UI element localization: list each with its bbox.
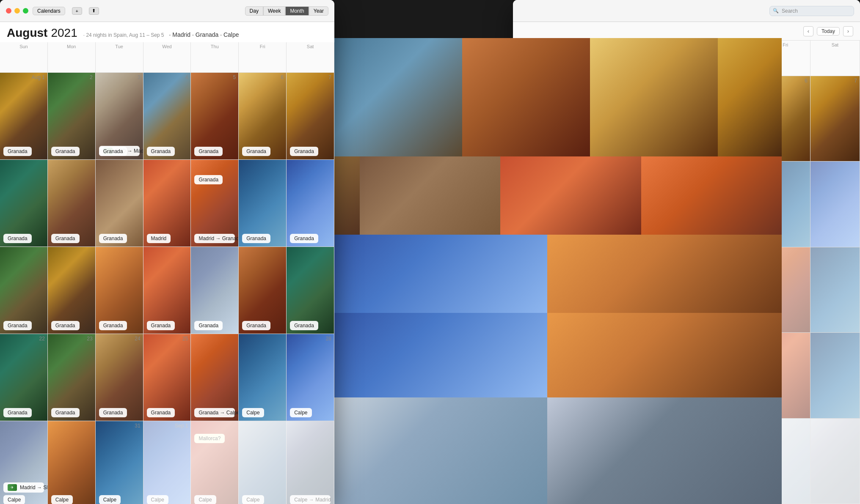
second-day-r3c7[interactable] (810, 247, 860, 333)
day-cell-aug25[interactable]: 25 Granada (143, 334, 191, 421)
day-cell-aug7[interactable]: 7 Granada (287, 73, 334, 160)
second-day-r3c2[interactable] (562, 247, 612, 333)
second-day-r3c6[interactable] (761, 247, 810, 333)
second-day-r2c1[interactable] (513, 162, 562, 247)
event-sep2[interactable]: Calpe (194, 495, 216, 504)
event-aug29[interactable]: Calpe (3, 495, 25, 504)
second-day-r4c2[interactable] (562, 333, 612, 419)
second-day-r3c3[interactable] (612, 247, 662, 333)
day-cell-aug3[interactable]: 3 ✈ SFO → Madrid Granada (96, 73, 143, 160)
second-day-thu1[interactable] (711, 76, 761, 162)
event-madrid[interactable]: Madrid (147, 234, 171, 243)
search-input[interactable]: Search (769, 6, 854, 16)
day-cell-aug4[interactable]: 4 Granada (143, 73, 191, 160)
second-day-r4c3[interactable] (612, 333, 662, 419)
day-cell-sep3[interactable]: Calpe (239, 421, 287, 504)
day-cell-aug28[interactable]: 28 Calpe (287, 334, 334, 421)
day-cell-aug13[interactable]: Granada (239, 160, 287, 247)
day-cell-aug24[interactable]: 24 Granada (96, 334, 143, 421)
day-cell-aug6[interactable]: 6 Granada (239, 73, 287, 160)
second-day-r5c6[interactable] (761, 419, 810, 504)
second-day-r4c1[interactable] (513, 333, 562, 419)
today-button[interactable]: Today (817, 27, 840, 36)
event-aug16[interactable]: Granada (51, 321, 80, 330)
day-cell-aug17[interactable]: Granada (96, 247, 143, 334)
second-day-wed1[interactable] (662, 76, 711, 162)
second-day-r2c4[interactable] (662, 162, 711, 247)
month-view-button[interactable]: Month (285, 6, 309, 16)
event-aug21[interactable]: Granada (290, 321, 318, 330)
event-aug17[interactable]: Granada (99, 321, 127, 330)
day-cell-aug5[interactable]: 5 Granada (191, 73, 239, 160)
prev-month-button[interactable]: ‹ (803, 26, 813, 36)
event-aug15[interactable]: Granada (3, 321, 32, 330)
second-day-r3c4[interactable] (662, 247, 711, 333)
event-aug3[interactable]: Granada (99, 147, 127, 156)
event-aug13[interactable]: Granada (242, 234, 270, 243)
day-cell-aug18[interactable]: Granada (143, 247, 191, 334)
fullscreen-button[interactable] (23, 8, 28, 14)
event-aug31[interactable]: Calpe (99, 495, 121, 504)
event-granada-calpe[interactable]: Granada → Calpe (194, 408, 235, 417)
day-cell-aug15[interactable]: Granada (0, 247, 48, 334)
second-day-r4c6[interactable] (761, 333, 810, 419)
second-day-r2c7[interactable] (810, 162, 860, 247)
day-cell-aug20[interactable]: Granada (239, 247, 287, 334)
second-day-r2c5[interactable] (711, 162, 761, 247)
event-aug1[interactable]: Granada (3, 147, 32, 156)
event-aug23[interactable]: Granada (51, 408, 80, 417)
event-aug6[interactable]: Granada (242, 147, 270, 156)
event-aug28[interactable]: Calpe (290, 408, 311, 417)
event-aug8[interactable]: Granada (3, 234, 32, 243)
event-aug20[interactable]: Granada (242, 321, 270, 330)
event-aug22[interactable]: Granada (3, 408, 32, 417)
next-month-button[interactable]: › (843, 26, 853, 36)
day-cell-aug31[interactable]: 31 Calpe (96, 421, 143, 504)
day-cell-sep2[interactable]: Calpe Mallorca? (191, 421, 239, 504)
second-day-r3c5[interactable] (711, 247, 761, 333)
event-aug18[interactable]: Granada (147, 321, 175, 330)
day-cell-aug21[interactable]: Granada (287, 247, 334, 334)
event-aug10[interactable]: Granada (99, 234, 127, 243)
day-cell-aug2[interactable]: 2 Granada (48, 73, 96, 160)
calendars-button[interactable]: Calendars (33, 7, 65, 15)
second-day-r5c7[interactable] (810, 419, 860, 504)
second-day-r5c3[interactable] (612, 419, 662, 504)
event-aug25[interactable]: Granada (147, 408, 175, 417)
second-day-tue1[interactable] (612, 76, 662, 162)
add-calendar-button[interactable]: + (72, 7, 82, 15)
day-cell-aug30[interactable]: Calpe (48, 421, 96, 504)
day-cell-aug19[interactable]: Granada (191, 247, 239, 334)
event-aug30[interactable]: Calpe (51, 495, 73, 504)
event-aug12[interactable]: Granada (194, 175, 223, 184)
flight-madrid-sfo[interactable]: ✈ Madrid → SFO (3, 482, 44, 493)
close-button[interactable] (6, 8, 11, 14)
second-day-r5c5[interactable] (711, 419, 761, 504)
second-day-sun1[interactable] (513, 76, 562, 162)
day-cell-aug26[interactable]: Granada → Calpe (191, 334, 239, 421)
second-day-fri1[interactable]: 6 (761, 76, 810, 162)
day-cell-aug16[interactable]: Granada (48, 247, 96, 334)
second-day-mon1[interactable] (562, 76, 612, 162)
second-day-sat1[interactable]: 7 (810, 76, 860, 162)
day-view-button[interactable]: Day (245, 6, 263, 16)
event-calpe-madrid[interactable]: Calpe → Madrid (290, 495, 331, 504)
second-day-r2c2[interactable] (562, 162, 612, 247)
second-day-r4c5[interactable] (711, 333, 761, 419)
event-aug9[interactable]: Granada (51, 234, 80, 243)
event-aug2[interactable]: Granada (51, 147, 80, 156)
export-button[interactable]: ⬆ (89, 7, 99, 15)
event-aug27[interactable]: Calpe (242, 408, 264, 417)
day-cell-aug29[interactable]: Calpe ✈ Madrid → SFO (0, 421, 48, 504)
second-day-r4c7[interactable] (810, 333, 860, 419)
event-aug5[interactable]: Granada (194, 147, 223, 156)
second-day-r2c6[interactable] (761, 162, 810, 247)
day-cell-aug23[interactable]: 23 Granada (48, 334, 96, 421)
week-view-button[interactable]: Week (263, 6, 285, 16)
day-cell-aug11[interactable]: Madrid (143, 160, 191, 247)
mallorca-note[interactable]: Mallorca? (194, 434, 225, 443)
second-day-r4c4[interactable] (662, 333, 711, 419)
second-day-r2c3[interactable] (612, 162, 662, 247)
event-aug7[interactable]: Granada (290, 147, 318, 156)
day-cell-aug1[interactable]: Aug 1 Granada (0, 73, 48, 160)
